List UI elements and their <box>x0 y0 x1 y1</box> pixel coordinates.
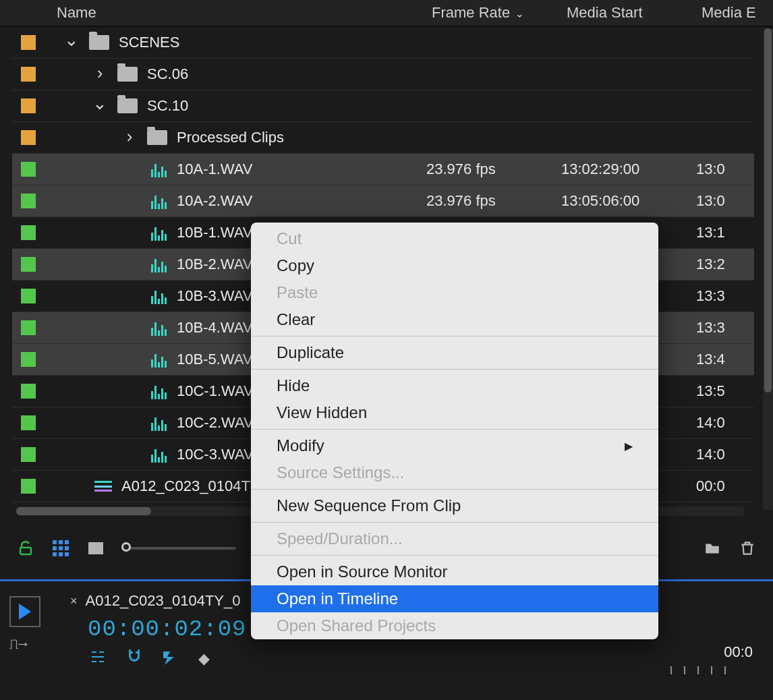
project-row[interactable]: 10A-1.WAV23.976 fps13:02:29:0013:0 <box>12 154 754 185</box>
audio-clip-icon <box>150 161 167 177</box>
item-name: 10B-4.WAV <box>177 319 252 337</box>
list-view-icon[interactable] <box>51 539 70 558</box>
label-color-swatch[interactable] <box>21 194 36 208</box>
bin-icon <box>89 35 109 50</box>
item-name: Processed Clips <box>177 129 284 146</box>
menu-separator <box>251 369 658 370</box>
project-row[interactable]: SC.10 <box>12 90 754 122</box>
vertical-scrollbar[interactable] <box>762 28 773 510</box>
item-name: A012_C023_0104TY <box>121 477 260 495</box>
item-name: 10A-2.WAV <box>177 192 252 210</box>
cell-mediaend: 13:3 <box>696 319 754 337</box>
close-tab-icon[interactable]: × <box>70 594 78 608</box>
audio-clip-icon <box>150 383 167 399</box>
menu-item: Open Shared Projects <box>251 612 658 639</box>
menu-item[interactable]: Open in Timeline <box>251 585 658 612</box>
label-color-swatch[interactable] <box>21 415 36 430</box>
label-color-swatch[interactable] <box>21 447 36 462</box>
label-color-swatch[interactable] <box>21 352 36 367</box>
audio-clip-icon <box>150 193 167 209</box>
cell-mediaend: 13:1 <box>696 224 754 241</box>
cell-mediaend: 13:0 <box>696 161 754 178</box>
vertical-scroll-thumb[interactable] <box>764 28 772 392</box>
menu-item-label: Speed/Duration... <box>277 529 403 548</box>
add-marker-icon[interactable]: ◆ <box>198 650 210 668</box>
audio-clip-icon <box>150 415 167 431</box>
cell-mediaend: 14:0 <box>696 446 754 463</box>
cell-mediaend: 13:0 <box>696 192 754 210</box>
label-color-swatch[interactable] <box>21 289 36 303</box>
cell-mediaend: 13:5 <box>696 382 754 400</box>
project-row[interactable]: SC.06 <box>12 59 754 90</box>
item-name: SC.10 <box>147 97 188 115</box>
project-row[interactable]: Processed Clips <box>12 122 754 154</box>
expand-caret-icon[interactable] <box>121 127 138 148</box>
item-name: 10C-3.WAV <box>177 446 254 463</box>
menu-item[interactable]: Copy <box>251 252 658 279</box>
menu-item[interactable]: View Hidden <box>251 399 658 426</box>
linked-selection-icon[interactable] <box>162 649 179 669</box>
menu-item[interactable]: Clear <box>251 306 658 333</box>
new-bin-icon[interactable] <box>703 539 722 558</box>
label-color-swatch[interactable] <box>21 98 36 113</box>
audio-clip-icon <box>150 288 167 304</box>
bin-icon <box>147 130 167 145</box>
item-name: 10B-1.WAV <box>177 224 252 241</box>
label-color-swatch[interactable] <box>21 320 36 335</box>
item-name: SC.06 <box>147 65 188 83</box>
menu-item: Cut <box>251 225 658 252</box>
cell-mediaend: 13:4 <box>696 351 754 368</box>
insert-mode-icon[interactable]: ⎍→ <box>9 635 70 653</box>
timeline-tab-title[interactable]: A012_C023_0104TY_0 <box>86 592 241 610</box>
project-row[interactable]: SCENES <box>12 27 754 59</box>
menu-item[interactable]: Duplicate <box>251 339 658 366</box>
col-framerate[interactable]: Frame Rate ⌃ <box>426 0 561 26</box>
writable-toggle-icon[interactable] <box>16 539 35 558</box>
audio-clip-icon <box>150 351 167 368</box>
timeline-ruler-ticks <box>448 666 753 674</box>
menu-item-label: Paste <box>277 283 318 301</box>
label-color-swatch[interactable] <box>21 384 36 399</box>
menu-item[interactable]: Open in Source Monitor <box>251 558 658 585</box>
menu-item-label: Copy <box>277 256 314 274</box>
menu-item-label: View Hidden <box>277 403 367 421</box>
collapse-caret-icon[interactable] <box>63 32 80 53</box>
menu-item-label: Modify <box>277 436 324 455</box>
menu-item[interactable]: Hide <box>251 372 658 399</box>
menu-item-label: Source Settings... <box>277 463 404 482</box>
label-color-swatch[interactable] <box>21 257 36 272</box>
menu-item[interactable]: Modify▶ <box>251 432 658 459</box>
label-color-swatch[interactable] <box>21 225 36 240</box>
cell-mediaend: 14:0 <box>696 414 754 432</box>
cell-mediaend: 13:2 <box>696 256 754 273</box>
label-color-swatch[interactable] <box>21 35 36 50</box>
label-color-swatch[interactable] <box>21 162 36 177</box>
audio-clip-icon <box>150 225 167 241</box>
thumbnail-size-slider[interactable] <box>121 547 236 550</box>
snap-icon[interactable] <box>125 647 143 670</box>
menu-item[interactable]: New Sequence From Clip <box>251 492 658 519</box>
col-mediastart[interactable]: Media Start <box>561 0 696 26</box>
horizontal-scroll-thumb[interactable] <box>16 507 151 515</box>
col-mediaend[interactable]: Media E <box>696 0 773 26</box>
playhead-source-icon[interactable] <box>9 596 40 627</box>
cell-framerate: 23.976 fps <box>426 192 561 210</box>
label-color-swatch[interactable] <box>21 130 36 145</box>
expand-caret-icon[interactable] <box>92 64 108 85</box>
icon-view-icon[interactable] <box>86 539 105 558</box>
delete-icon[interactable] <box>738 539 757 558</box>
bin-icon <box>117 67 138 82</box>
label-color-swatch[interactable] <box>21 67 36 82</box>
menu-separator <box>251 336 658 337</box>
bin-icon <box>117 98 138 113</box>
context-menu: CutCopyPasteClearDuplicateHideView Hidde… <box>251 223 658 639</box>
project-column-header: Name Frame Rate ⌃ Media Start Media E <box>0 0 773 27</box>
collapse-caret-icon[interactable] <box>92 96 108 117</box>
menu-item-label: Duplicate <box>277 343 344 361</box>
project-row[interactable]: 10A-2.WAV23.976 fps13:05:06:0013:0 <box>12 185 754 217</box>
snap-nested-icon[interactable] <box>89 649 107 668</box>
thumbnail-size-knob[interactable] <box>121 542 131 552</box>
menu-item-label: Open in Timeline <box>277 589 398 608</box>
col-name[interactable]: Name <box>0 0 426 26</box>
label-color-swatch[interactable] <box>21 479 36 494</box>
